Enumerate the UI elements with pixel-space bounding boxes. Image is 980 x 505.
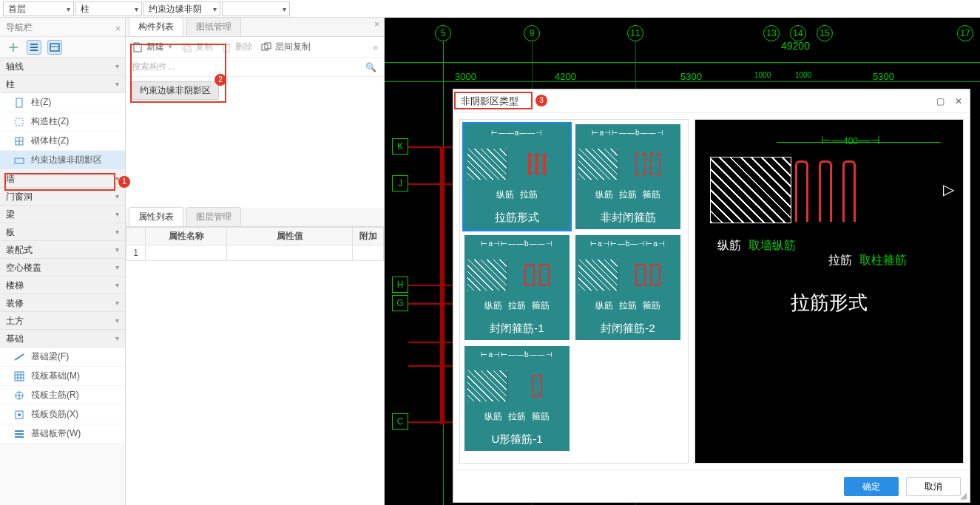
preview-title: 拉筋形式 xyxy=(695,290,963,316)
grid-letter: G xyxy=(392,295,408,311)
new-button[interactable]: 新建▼ xyxy=(132,41,173,53)
item-raft-main[interactable]: 筏板主筋(R) xyxy=(0,386,125,405)
cat-stair[interactable]: 楼梯 xyxy=(0,277,125,294)
tab-properties[interactable]: 属性列表 xyxy=(129,207,183,226)
tab-drawing-mgmt[interactable]: 图纸管理 xyxy=(186,17,241,36)
grid-bubble: 17 xyxy=(957,25,973,41)
floor-dropdown[interactable]: 首层 xyxy=(3,1,74,16)
cat-opening[interactable]: 门窗洞 xyxy=(0,188,125,206)
cat-slab[interactable]: 板 xyxy=(0,223,125,241)
dim-label: 5300 xyxy=(680,71,702,82)
prop-hdr-name: 属性名称 xyxy=(146,228,227,245)
cat-hollow[interactable]: 空心楼盖 xyxy=(0,259,125,277)
annotation-badge-2: 2 xyxy=(214,74,226,86)
close-icon[interactable]: × xyxy=(115,19,121,38)
mid-tabs: 构件列表 图纸管理 × xyxy=(126,18,384,37)
ok-button[interactable]: 确定 xyxy=(844,477,899,496)
cat-prefab[interactable]: 装配式 xyxy=(0,241,125,259)
mid-toolbar: 新建▼ 复制 删除 层间复制 » xyxy=(126,37,384,58)
tab-layers[interactable]: 图层管理 xyxy=(186,207,241,226)
category-dropdown[interactable]: 柱 xyxy=(75,1,142,16)
svg-rect-9 xyxy=(183,44,189,50)
item-raft-neg[interactable]: 筏板负筋(X) xyxy=(0,405,125,424)
item-raft[interactable]: 筏板基础(M) xyxy=(0,367,125,386)
prop-tabs: 属性列表 图层管理 xyxy=(126,208,384,227)
grid-letter: K xyxy=(392,138,408,155)
detail-icon[interactable] xyxy=(47,40,62,55)
prop-hdr-extra: 附加 xyxy=(353,228,384,245)
component-panel: 构件列表 图纸管理 × 新建▼ 复制 删除 层间复制 » 搜索构件... 🔍 约… xyxy=(126,18,385,505)
grid-bubble: 13 xyxy=(763,25,780,41)
list-icon[interactable] xyxy=(27,40,41,55)
delete-button[interactable]: 删除 xyxy=(220,41,253,53)
dim-label: 3000 xyxy=(455,71,476,82)
close-icon[interactable]: × xyxy=(374,19,379,30)
dim-label: 49200 xyxy=(781,40,810,52)
tab-component-list[interactable]: 构件列表 xyxy=(129,17,183,36)
type-grid: ⊢——a——⊣ 纵筋拉筋 拉筋形式 ⊢a⊣⊢——b——⊣ 纵筋拉筋箍筋 非封闭箍… xyxy=(459,119,689,464)
svg-rect-1 xyxy=(16,98,22,107)
svg-point-8 xyxy=(18,413,21,416)
dim-label: 4200 xyxy=(555,71,576,82)
cat-earth[interactable]: 土方 xyxy=(0,312,125,330)
svg-rect-4 xyxy=(15,158,24,163)
grid-letter: H xyxy=(392,277,408,293)
cat-axis[interactable]: 轴线 xyxy=(0,58,125,75)
type-preview: ⊢—400—⊣ ▷ 纵筋 取墙纵筋 拉筋 取柱箍筋 拉筋形式 xyxy=(695,119,964,464)
grid-bubble: 9 xyxy=(524,25,540,41)
grid-bubble: 14 xyxy=(790,25,806,41)
dim-label: 5300 xyxy=(873,71,894,82)
close-icon[interactable]: ✕ xyxy=(955,96,962,106)
sub-dropdown[interactable] xyxy=(222,1,290,16)
svg-rect-2 xyxy=(16,118,23,126)
item-raft-strip[interactable]: 基础板带(W) xyxy=(0,424,125,444)
search-input[interactable]: 搜索构件... 🔍 xyxy=(126,58,384,77)
grid-bubble: 5 xyxy=(435,25,451,41)
type-card-lajin[interactable]: ⊢——a——⊣ 纵筋拉筋 拉筋形式 xyxy=(464,124,570,229)
type-card-feifengbi[interactable]: ⊢a⊣⊢——b——⊣ 纵筋拉筋箍筋 非封闭箍筋 xyxy=(575,124,680,229)
preview-dim: ⊢—400—⊣ xyxy=(821,133,880,147)
svg-rect-10 xyxy=(185,46,191,52)
cat-beam[interactable]: 梁 xyxy=(0,206,125,223)
dim-label: 1000 xyxy=(754,71,771,79)
search-icon: 🔍 xyxy=(365,62,376,72)
dialog-title: 非阴影区类型 xyxy=(461,95,518,108)
annotation-badge-3: 3 xyxy=(535,95,547,106)
cat-decor[interactable]: 装修 xyxy=(0,294,125,312)
floor-copy-button[interactable]: 层间复制 xyxy=(260,41,311,53)
maximize-icon[interactable]: ▢ xyxy=(936,96,944,106)
item-found-beam[interactable]: 基础梁(F) xyxy=(0,348,125,367)
more-icon[interactable]: » xyxy=(373,42,378,52)
svg-rect-5 xyxy=(15,372,24,381)
property-table: 属性名称 属性值 附加 1 xyxy=(126,227,384,261)
type-card-uxing1[interactable]: ⊢a⊣⊢——b——⊣ 纵筋拉筋箍筋 U形箍筋-1 xyxy=(464,346,570,451)
top-toolbar: 首层 柱 约束边缘非阴影 xyxy=(0,0,980,18)
item-yueshu[interactable]: 约束边缘非阴影区 xyxy=(0,151,125,170)
type-dropdown[interactable]: 约束边缘非阴影 xyxy=(143,1,220,16)
add-icon[interactable] xyxy=(6,40,21,55)
grid-letter: C xyxy=(392,413,408,430)
copy-button[interactable]: 复制 xyxy=(180,41,213,53)
nav-title: 导航栏× xyxy=(0,18,125,37)
nav-panel: 导航栏× 轴线 柱 柱(Z) 构造柱(Z) 砌体柱(Z) 约束边缘非阴影区 墙 … xyxy=(0,18,126,505)
dialog-header: 非阴影区类型 ▢ ✕ xyxy=(453,89,970,113)
table-row[interactable]: 1 xyxy=(126,245,384,261)
dim-label: 1000 xyxy=(795,71,811,79)
item-qiti[interactable]: 砌体柱(Z) xyxy=(0,132,125,151)
cat-wall[interactable]: 墙 xyxy=(0,170,125,188)
component-chip[interactable]: 约束边缘非阴影区 xyxy=(132,81,219,100)
grid-letter: J xyxy=(392,175,408,192)
cancel-button[interactable]: 取消 xyxy=(906,477,961,496)
prop-hdr-value: 属性值 xyxy=(227,228,353,245)
grid-bubble: 11 xyxy=(627,25,643,41)
cat-column[interactable]: 柱 xyxy=(0,75,125,93)
type-card-fengbi1[interactable]: ⊢a⊣⊢——b——⊣ 纵筋拉筋箍筋 封闭箍筋-1 xyxy=(464,235,570,340)
item-column-z[interactable]: 柱(Z) xyxy=(0,93,125,112)
cat-found[interactable]: 基础 xyxy=(0,330,125,348)
item-gouzao[interactable]: 构造柱(Z) xyxy=(0,112,125,132)
annotation-badge-1: 1 xyxy=(118,176,130,188)
svg-rect-0 xyxy=(50,44,59,51)
resize-icon[interactable]: ◢ xyxy=(960,490,967,501)
type-dialog: 非阴影区类型 ▢ ✕ ⊢——a——⊣ 纵筋拉筋 拉筋形式 ⊢a⊣⊢——b——⊣ … xyxy=(453,89,970,503)
type-card-fengbi2[interactable]: ⊢a⊣⊢—b—⊣⊢a⊣ 纵筋拉筋箍筋 封闭箍筋-2 xyxy=(575,235,680,340)
